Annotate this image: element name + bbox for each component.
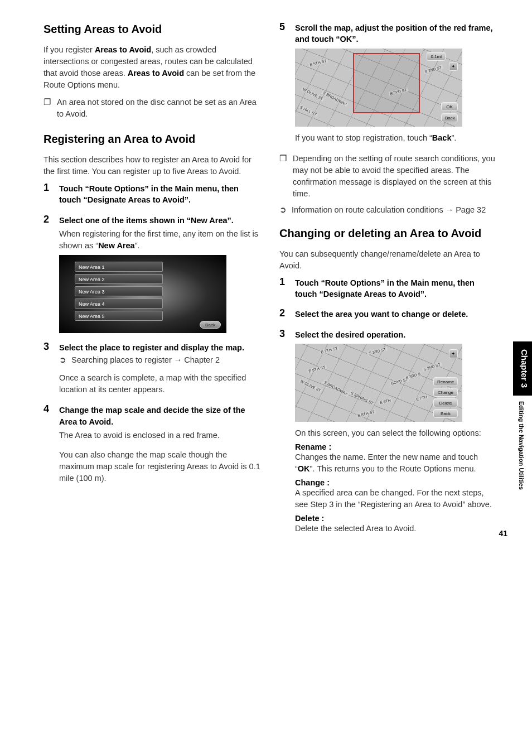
step-1: Touch “Route Options” in the Main menu, … (43, 183, 263, 206)
square-icon: ❐ (279, 153, 287, 200)
street-label: W OLIVE ST (301, 86, 325, 102)
list-item[interactable]: New Area 5 (75, 311, 163, 321)
right-column: Scroll the map, adjust the position of t… (279, 22, 499, 543)
delete-text: Delete the selected Area to Avoid. (295, 523, 499, 535)
note-not-stored: ❐ An area not stored on the disc cannot … (43, 97, 263, 120)
street-label: W OLIVE ST (299, 379, 323, 393)
list-item[interactable]: New Area 3 (75, 286, 163, 296)
change-step-1-title: Touch “Route Options” in the Main menu, … (295, 277, 499, 300)
step-3-title: Select the place to register and display… (59, 342, 263, 353)
street-label: S SPRING ST (349, 391, 375, 406)
chapter-badge: Chapter 3 (513, 341, 532, 396)
t: Back (432, 133, 452, 142)
xref-route-conditions: ➲ Information on route calculation condi… (279, 205, 499, 214)
back-button[interactable]: Back (441, 113, 458, 122)
xref-icon: ➲ (59, 355, 67, 364)
street-label: S HILL ST (298, 104, 318, 117)
street-label: E 7TH (415, 394, 429, 402)
step-2-body: When registering for the first time, any… (59, 228, 263, 252)
list-item[interactable]: New Area 4 (75, 298, 163, 309)
note-text: An area not stored on the disc cannot be… (57, 97, 263, 120)
change-button[interactable]: Change (433, 388, 458, 397)
t: ”. This returns you to the Route Options… (310, 464, 476, 473)
side-tab: Chapter 3 Editing the Navigation Utiliti… (513, 341, 532, 555)
intro-changing: You can subsequently change/rename/delet… (279, 248, 499, 272)
xref-icon: ➲ (279, 205, 287, 214)
t: Areas to Avoid (128, 69, 184, 78)
back-button[interactable]: Back (200, 321, 221, 329)
heading-changing-deleting: Changing or deleting an Area to Avoid (279, 227, 499, 240)
delete-button[interactable]: Delete (433, 398, 458, 407)
list-item[interactable]: New Area 2 (75, 274, 163, 284)
xref-text: Searching places to register → Chapter 2 (71, 355, 220, 364)
compass-icon[interactable]: ✦ (449, 62, 458, 71)
t: Page 32 (456, 205, 486, 214)
t: ”. (452, 133, 457, 142)
street-label: S 2ND ST (422, 362, 442, 372)
note-route-conditions: ❐ Depending on the setting of route sear… (279, 153, 499, 200)
t: When registering for the first time, any… (59, 229, 258, 250)
street-label: S 2ND ST (423, 65, 443, 74)
steps-register-cont: Scroll the map, adjust the position of t… (279, 22, 499, 144)
heading-registering: Registering an Area to Avoid (43, 132, 263, 146)
steps-register: Touch “Route Options” in the Main menu, … (43, 183, 263, 484)
step-5-title: Scroll the map, adjust the position of t… (295, 22, 499, 45)
red-frame (353, 53, 420, 113)
step-2: Select one of the items shown in “New Ar… (43, 215, 263, 333)
street-label: E 7TH ST (320, 346, 339, 354)
xref-text: Information on route calculation conditi… (292, 205, 486, 214)
intro-setting-areas: If you register Areas to Avoid, such as … (43, 44, 263, 91)
street-label: S 3RD S (404, 371, 422, 380)
square-icon: ❐ (43, 97, 51, 120)
ok-button[interactable]: OK (441, 102, 458, 111)
street-label: S BROADWAY (321, 90, 348, 107)
left-column: Setting Areas to Avoid If you register A… (43, 22, 263, 543)
change-step-2-title: Select the area you want to change or de… (295, 309, 499, 320)
rename-button[interactable]: Rename (433, 377, 458, 386)
t: If you want to stop registration, touch … (295, 133, 432, 142)
street-label: E 5TH ST (307, 365, 327, 373)
street-label: E 8TH ST (356, 410, 376, 418)
change-label: Change : (295, 478, 499, 487)
new-area-list: New Area 1 New Area 2 New Area 3 New Are… (75, 262, 163, 323)
t: Information on route calculation conditi… (292, 205, 443, 214)
step-3: Select the place to register and display… (43, 342, 263, 396)
compass-icon[interactable]: ✦ (449, 349, 458, 358)
page-number: 41 (499, 529, 507, 538)
intro-registering: This section describes how to register a… (43, 154, 263, 177)
t: Areas to Avoid (95, 45, 151, 54)
step-4-title: Change the map scale and decide the size… (59, 405, 263, 427)
note-text: Depending on the setting of route search… (293, 153, 499, 200)
screenshot-new-area-list: New Area 1 New Area 2 New Area 3 New Are… (59, 255, 226, 333)
change-step-3-body: On this screen, you can select the follo… (295, 427, 499, 439)
screenshot-map-options: E 7TH ST S 3RD ST E 5TH ST S 2ND ST W OL… (295, 344, 462, 422)
change-step-3: Select the desired operation. E 7TH ST S… (279, 329, 499, 535)
street-label: E 5TH ST (308, 58, 328, 66)
step-4: Change the map scale and decide the size… (43, 405, 263, 484)
back-button[interactable]: Back (433, 409, 458, 418)
screenshot-map-ok: E 5TH ST S 2ND ST W OLIVE ST S BROADWAY … (295, 49, 462, 127)
step-4-body-2: You can also change the map scale though… (59, 449, 263, 484)
t: New Area (98, 241, 135, 250)
xref-search-places: ➲ Searching places to register → Chapter… (59, 355, 263, 364)
change-step-3-title: Select the desired operation. (295, 329, 499, 340)
step-3-body: Once a search is complete, a map with th… (59, 372, 263, 396)
heading-setting-areas: Setting Areas to Avoid (43, 22, 263, 36)
street-label: S BROADWAY (322, 379, 349, 396)
rename-text: Changes the name. Enter the new name and… (295, 451, 499, 475)
step-5: Scroll the map, adjust the position of t… (279, 22, 499, 144)
t: Chapter 2 (184, 355, 220, 364)
step-5-body: If you want to stop registration, touch … (295, 132, 499, 144)
t: If you register (43, 45, 95, 54)
change-step-2: Select the area you want to change or de… (279, 309, 499, 320)
list-item[interactable]: New Area 1 (75, 262, 163, 272)
change-text: A specified area can be changed. For the… (295, 487, 499, 511)
street-label: E 6TH (379, 398, 393, 405)
t: Searching places to register (71, 355, 172, 364)
step-2-title: Select one of the items shown in “New Ar… (59, 215, 263, 226)
street-label: S 3RD ST (367, 347, 388, 355)
change-step-1: Touch “Route Options” in the Main menu, … (279, 277, 499, 300)
delete-label: Delete : (295, 514, 499, 523)
chapter-subtitle: Editing the Navigation Utilities (513, 396, 530, 495)
step-4-body-1: The Area to avoid is enclosed in a red f… (59, 430, 263, 441)
